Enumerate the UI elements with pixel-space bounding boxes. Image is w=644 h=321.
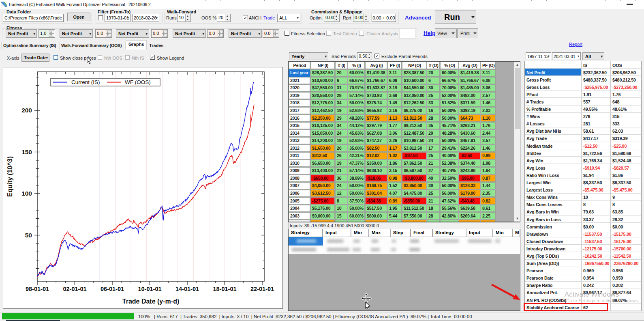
svg-text:WF (OOS): WF (OOS) bbox=[125, 79, 151, 85]
svg-text:150: 150 bbox=[21, 149, 32, 155]
svg-text:22-01-01: 22-01-01 bbox=[250, 286, 274, 292]
svg-text:02-01-01: 02-01-01 bbox=[63, 286, 86, 292]
svg-text:14-01-01: 14-01-01 bbox=[175, 286, 199, 292]
svg-text:98-01-01: 98-01-01 bbox=[26, 286, 49, 292]
svg-text:06-01-01: 06-01-01 bbox=[101, 286, 124, 292]
svg-text:Trade Date (y-m-d): Trade Date (y-m-d) bbox=[122, 298, 179, 305]
svg-text:100: 100 bbox=[21, 190, 32, 197]
svg-text:18-01-01: 18-01-01 bbox=[213, 286, 236, 292]
svg-text:Equity (10^3): Equity (10^3) bbox=[6, 156, 13, 197]
svg-text:Current (IS): Current (IS) bbox=[71, 79, 100, 85]
svg-text:200: 200 bbox=[21, 107, 32, 114]
svg-text:50: 50 bbox=[25, 232, 32, 239]
svg-text:10-01-01: 10-01-01 bbox=[138, 286, 161, 292]
